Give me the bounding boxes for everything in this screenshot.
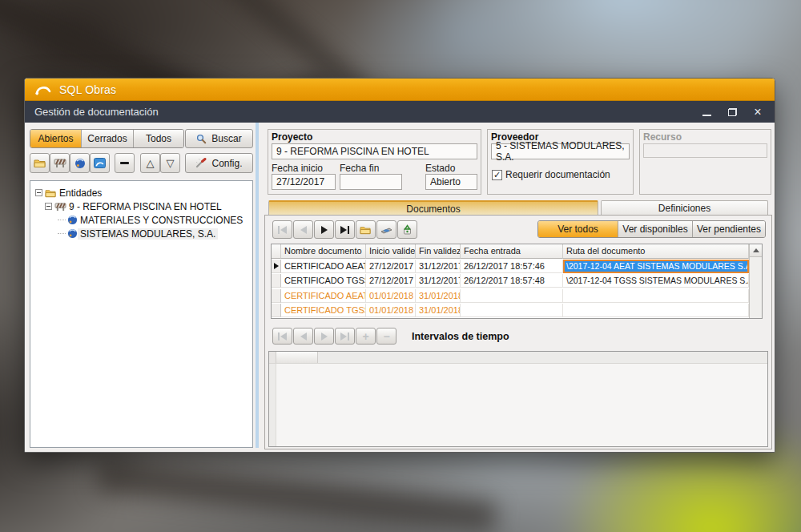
intervals-add-button[interactable]: +: [356, 328, 376, 345]
intervals-column-header[interactable]: [276, 352, 318, 363]
cell-ruta[interactable]: \2017-12-04 TGSS SISTEMAS MODULARES S.A.…: [563, 274, 749, 288]
sqlobras-button[interactable]: [90, 153, 110, 173]
intervals-last-button[interactable]: [335, 328, 355, 345]
filter-tab-group: Abiertos Cerrados Todos: [30, 129, 184, 148]
fecha-fin-field[interactable]: [340, 174, 402, 190]
cell-entrada[interactable]: [461, 289, 563, 303]
estado-field[interactable]: Abierto: [425, 174, 477, 190]
col-nombre-documento[interactable]: Nombre documento: [281, 244, 366, 259]
eject-down-icon: ▽: [167, 157, 175, 169]
col-ruta-documento[interactable]: Ruta del documento: [563, 244, 749, 259]
tree-item-proveedor-1[interactable]: MATERIALES Y CONSTRUCCIONES: [30, 213, 252, 227]
table-vertical-scrollbar[interactable]: [749, 244, 762, 318]
ver-todos-button[interactable]: Ver todos: [538, 221, 618, 237]
collapse-expander-icon[interactable]: [45, 203, 52, 210]
providers-button[interactable]: [70, 153, 90, 173]
cell-ruta[interactable]: [563, 304, 749, 317]
config-button[interactable]: Config.: [185, 153, 253, 173]
tree-item-proyecto[interactable]: 9 - REFORMA PISCINA EN HOTEL: [30, 200, 252, 213]
cell-inicio[interactable]: 01/01/2018: [366, 289, 416, 303]
close-button[interactable]: ×: [751, 106, 765, 119]
row-selector[interactable]: [272, 274, 281, 288]
cell-ruta[interactable]: [563, 289, 749, 303]
row-selector[interactable]: [272, 260, 281, 273]
intervals-remove-button[interactable]: −: [376, 328, 396, 345]
delete-document-button[interactable]: [397, 220, 417, 239]
fecha-fin-label: Fecha fin: [340, 163, 379, 174]
panel-splitter[interactable]: [256, 123, 259, 448]
minus-icon: [120, 162, 129, 164]
next-record-button[interactable]: [314, 220, 334, 239]
intervals-next-button[interactable]: [314, 328, 334, 345]
intervals-header: [269, 352, 767, 364]
tab-definiciones[interactable]: Definiciones: [601, 200, 768, 216]
proveedor-field[interactable]: 5 - SISTEMAS MODULARES, S.A.: [491, 143, 630, 159]
requerir-documentacion-checkbox[interactable]: ✓ Requerir documentación: [492, 169, 610, 180]
fecha-inicio-field[interactable]: 27/12/2017: [272, 174, 336, 190]
cell-nombre[interactable]: CERTIFICADO TGSS: [281, 274, 366, 288]
restore-button[interactable]: [725, 106, 739, 119]
row-selector[interactable]: [272, 304, 281, 317]
next-icon: [321, 226, 328, 234]
minimize-button[interactable]: [699, 106, 714, 119]
intervals-previous-button[interactable]: [293, 328, 313, 345]
config-wrench-icon: [195, 158, 207, 168]
tree-item-proveedor-2[interactable]: SISTEMAS MODULARES, S.A.: [30, 227, 252, 240]
previous-record-button[interactable]: [293, 220, 313, 239]
cell-nombre[interactable]: CERTIFICADO TGSS: [281, 304, 366, 317]
tree-item-label[interactable]: Entidades: [57, 187, 104, 199]
first-record-button[interactable]: [272, 220, 292, 239]
cell-fin[interactable]: 31/12/2017: [416, 260, 461, 273]
close-icon: ×: [754, 106, 761, 119]
tree-connector: [58, 220, 66, 220]
cell-ruta-selected[interactable]: \2017-12-04 AEAT SISTEMAS MODULARES S.A.…: [563, 260, 749, 273]
collapse-button[interactable]: [115, 153, 135, 173]
tree-item-entidades[interactable]: Entidades: [30, 186, 252, 200]
cell-nombre[interactable]: CERTIFICADO AEAT: [281, 260, 366, 273]
ver-pendientes-button[interactable]: Ver pendientes: [693, 221, 765, 237]
first-icon: [278, 226, 280, 234]
cell-entrada[interactable]: 26/12/2017 18:57:48: [461, 274, 563, 288]
cell-fin[interactable]: 31/12/2017: [416, 274, 461, 288]
scan-document-button[interactable]: [376, 220, 396, 239]
first-icon: [278, 332, 280, 341]
cell-inicio[interactable]: 27/12/2017: [366, 274, 416, 288]
cell-fin[interactable]: 31/01/2018: [416, 304, 461, 317]
fecha-inicio-label: Fecha inicio: [272, 163, 323, 174]
tab-documentos[interactable]: Documentos: [268, 200, 598, 216]
tab-todos[interactable]: Todos: [134, 130, 183, 147]
col-inicio-validez[interactable]: Inicio validez: [366, 244, 416, 259]
cell-nombre[interactable]: CERTIFICADO AEAT: [281, 289, 366, 303]
buscar-button[interactable]: Buscar: [185, 129, 253, 148]
col-fin-validez[interactable]: Fin validez: [416, 244, 461, 259]
intervals-first-button[interactable]: [272, 328, 292, 345]
last-record-button[interactable]: [335, 220, 355, 239]
cell-entrada[interactable]: [461, 304, 563, 317]
intervals-title: Intervalos de tiempo: [412, 331, 509, 342]
collapse-expander-icon[interactable]: [35, 189, 42, 196]
minus-icon: −: [383, 330, 389, 343]
ver-disponibles-button[interactable]: Ver disponibles: [618, 221, 693, 237]
projects-button[interactable]: [50, 153, 70, 173]
open-folder-button[interactable]: [30, 153, 50, 173]
tree-item-label[interactable]: MATERIALES Y CONSTRUCCIONES: [78, 215, 245, 226]
scroll-up-button[interactable]: [750, 244, 762, 257]
move-down-button[interactable]: ▽: [160, 153, 180, 173]
tree-item-label[interactable]: 9 - REFORMA PISCINA EN HOTEL: [66, 201, 224, 212]
cell-entrada[interactable]: 26/12/2017 18:57:46: [461, 260, 563, 273]
cell-fin[interactable]: 31/01/2018: [416, 289, 461, 303]
buscar-label: Buscar: [211, 133, 241, 144]
cell-inicio[interactable]: 01/01/2018: [366, 304, 416, 317]
tree-item-label[interactable]: SISTEMAS MODULARES, S.A.: [78, 228, 218, 240]
proyecto-field[interactable]: 9 - REFORMA PISCINA EN HOTEL: [272, 143, 477, 159]
checkbox-check-icon: ✓: [492, 170, 502, 180]
proyecto-title: Proyecto: [272, 131, 312, 143]
intervals-table: [268, 351, 768, 447]
tab-abiertos[interactable]: Abiertos: [30, 130, 82, 147]
cell-inicio[interactable]: 27/12/2017: [366, 260, 416, 273]
tab-cerrados[interactable]: Cerrados: [82, 130, 134, 147]
open-document-button[interactable]: [356, 220, 376, 239]
row-selector[interactable]: [272, 289, 281, 303]
col-fecha-entrada[interactable]: Fecha entrada: [461, 244, 563, 259]
move-up-button[interactable]: △: [140, 153, 160, 173]
